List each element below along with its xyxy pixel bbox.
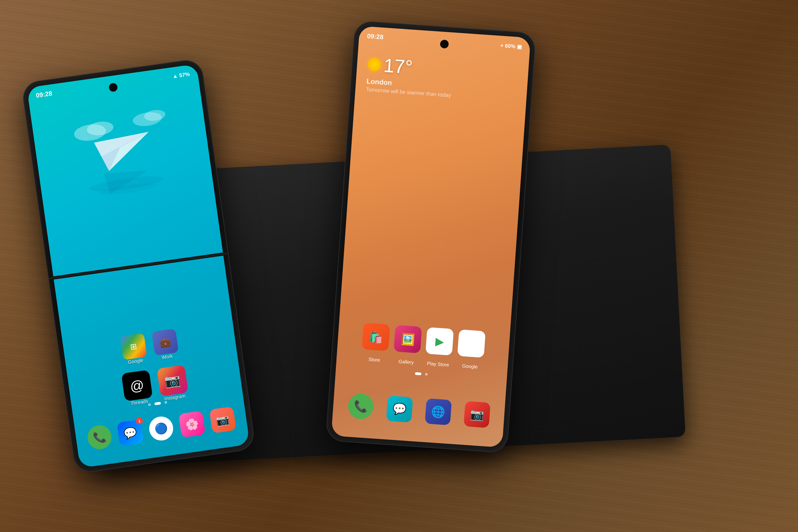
- dock-phone-left[interactable]: 📞: [86, 424, 113, 451]
- status-icons-right: + 60% ▣: [500, 42, 522, 50]
- app-gallery-label: Gallery: [398, 359, 414, 365]
- app-instagram-label: Instagram: [164, 393, 186, 402]
- dock-phone-right[interactable]: 📞: [347, 393, 374, 420]
- app-gallery-right[interactable]: 🖼️: [394, 325, 422, 353]
- weather-temp: 17°: [383, 54, 413, 78]
- app-grid-right: 🛍️ Store 🖼️ Gallery ▶: [344, 322, 502, 378]
- signal-icon-right: +: [500, 42, 505, 49]
- app-instagram[interactable]: 📷 Instagram: [157, 365, 188, 396]
- dot-right-1: [415, 372, 422, 375]
- dot-3: [165, 401, 167, 404]
- weather-sun-icon: [367, 57, 381, 72]
- dot-right-2: [425, 373, 428, 376]
- status-icons-left: ▲ 57%: [172, 71, 190, 79]
- wifi-icon: ▲: [172, 73, 178, 79]
- dock-left: 📞 💬 1 🔵 🌸 📷: [82, 406, 240, 451]
- app-work-label: Work: [162, 353, 173, 360]
- app-google-label: Google: [128, 358, 144, 365]
- app-playstore-label: Play Store: [427, 361, 449, 368]
- dock-camera-left[interactable]: 📷: [209, 406, 236, 434]
- app-threads-label: Threads: [130, 398, 148, 406]
- dock-internet-right[interactable]: 🌐: [424, 398, 451, 425]
- app-row-2: @ Threads 📷 Instagram: [76, 359, 233, 408]
- battery-left: 57%: [179, 71, 190, 78]
- app-google-right[interactable]: ⊞: [457, 329, 486, 358]
- dock-messages-left[interactable]: 💬 1: [117, 419, 144, 446]
- app-work[interactable]: 💼 Work: [152, 328, 179, 356]
- scene: 09:28 ▲ 57%: [0, 0, 798, 532]
- dock-blossom-left[interactable]: 🌸: [178, 411, 206, 438]
- app-playstore-right[interactable]: ▶: [425, 327, 454, 356]
- time-left: 09:28: [35, 90, 53, 99]
- app-row-right-1: 🛍️ Store 🖼️ Gallery ▶: [344, 322, 502, 371]
- dock-messages-right[interactable]: 💬: [386, 396, 413, 422]
- app-grid-left: ⊞ Google 💼 Work @ Threads 📷: [71, 322, 234, 414]
- battery-icon-right: ▣: [517, 44, 522, 50]
- dock-camera-right[interactable]: 📷: [463, 401, 490, 428]
- paper-plane-art: [66, 100, 179, 206]
- app-threads[interactable]: @ Threads: [121, 370, 153, 401]
- phone-right: 09:28 + 60% ▣ 17° London Tomorrow will b…: [326, 21, 536, 453]
- dock-right: 📞 💬 🌐 📷: [341, 392, 497, 429]
- app-row-1: ⊞ Google 💼 Work: [71, 322, 228, 367]
- dock-chrome-left[interactable]: 🔵: [148, 415, 175, 442]
- phone-right-body: 09:28 + 60% ▣ 17° London Tomorrow will b…: [326, 21, 536, 453]
- app-google-folder[interactable]: ⊞ Google: [120, 333, 147, 360]
- app-store-right[interactable]: 🛍️: [362, 323, 390, 351]
- app-store-label: Store: [368, 357, 380, 363]
- weather-widget: 17° London Tomorrow will be warmer than …: [366, 53, 518, 103]
- messages-badge: 1: [136, 417, 144, 424]
- battery-right: 60%: [505, 43, 515, 50]
- dot-2: [154, 402, 161, 405]
- phone-right-screen: 09:28 + 60% ▣ 17° London Tomorrow will b…: [331, 26, 531, 448]
- page-dots-right: [415, 372, 428, 376]
- time-right: 09:28: [367, 32, 384, 41]
- app-google-label-right: Google: [462, 363, 478, 370]
- dot-1: [148, 403, 151, 406]
